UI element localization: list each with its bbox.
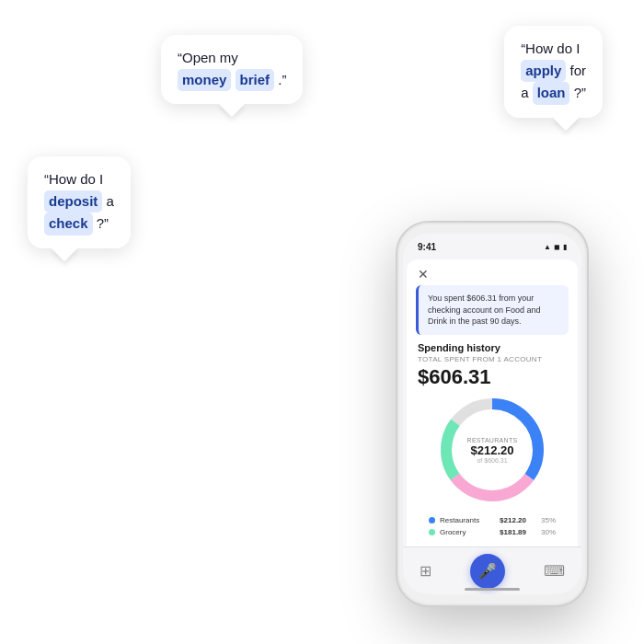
legend-amount-grocery: $181.89 bbox=[500, 528, 526, 536]
highlight-deposit: deposit bbox=[44, 190, 102, 213]
notification-bar: You spent $606.31 from your checking acc… bbox=[416, 285, 569, 335]
speech-bubble-apply-loan: “How do I apply for a loan ?” bbox=[504, 26, 603, 118]
bubble-apply-loan-line2: for bbox=[569, 63, 586, 78]
notification-text: You spent $606.31 from your checking acc… bbox=[428, 293, 541, 326]
spending-subtitle: TOTAL SPENT FROM 1 ACCOUNT bbox=[418, 355, 567, 363]
status-icons: ▲ ◼ ▮ bbox=[544, 243, 567, 251]
bubble-deposit-punct: ?” bbox=[97, 215, 109, 231]
home-indicator bbox=[465, 588, 520, 591]
highlight-brief: brief bbox=[236, 69, 275, 92]
spending-section: Spending history TOTAL SPENT FROM 1 ACCO… bbox=[407, 342, 578, 536]
battery-icon: ▮ bbox=[563, 243, 567, 251]
phone-screen: 9:41 ▲ ◼ ▮ ✕ You spent $606.31 from your… bbox=[403, 234, 581, 594]
status-bar: 9:41 ▲ ◼ ▮ bbox=[403, 234, 581, 259]
legend-dot-restaurants bbox=[429, 517, 435, 523]
bubble-open-money-punct: .” bbox=[278, 72, 286, 87]
donut-value: $212.20 bbox=[467, 443, 518, 456]
donut-of: of $606.31 bbox=[467, 456, 518, 463]
grid-icon[interactable]: ⊞ bbox=[420, 562, 431, 580]
phone-content: ✕ You spent $606.31 from your checking a… bbox=[407, 259, 578, 587]
signal-icon: ▲ bbox=[544, 243, 551, 251]
donut-category: RESTAURANTS bbox=[467, 436, 518, 443]
legend-pct-grocery: 30% bbox=[534, 528, 556, 536]
mic-button[interactable]: 🎤 bbox=[470, 554, 505, 589]
close-button[interactable]: ✕ bbox=[407, 259, 578, 285]
legend-amount-restaurants: $212.20 bbox=[500, 516, 526, 524]
phone: 9:41 ▲ ◼ ▮ ✕ You spent $606.31 from your… bbox=[396, 221, 589, 607]
legend-item-grocery: Grocery $181.89 30% bbox=[429, 528, 556, 536]
legend-pct-restaurants: 35% bbox=[534, 516, 556, 524]
legend-item-restaurants: Restaurants $212.20 35% bbox=[429, 516, 556, 524]
bubble-apply-loan-punct: ?” bbox=[574, 85, 586, 100]
chart-legend: Restaurants $212.20 35% Grocery bbox=[418, 509, 567, 536]
highlight-apply: apply bbox=[521, 60, 566, 83]
bubble-deposit-line1: “How do I bbox=[44, 171, 103, 187]
bubble-apply-loan-line1: “How do I bbox=[521, 40, 580, 56]
bubble-apply-loan-a: a bbox=[521, 85, 533, 100]
legend-label-grocery: Grocery bbox=[440, 528, 466, 536]
highlight-money: money bbox=[178, 69, 231, 92]
bubble-deposit-a: a bbox=[107, 193, 114, 209]
donut-chart: RESTAURANTS $212.20 of $606.31 bbox=[418, 395, 567, 505]
phone-frame: 9:41 ▲ ◼ ▮ ✕ You spent $606.31 from your… bbox=[396, 221, 589, 607]
highlight-loan: loan bbox=[533, 82, 570, 105]
spending-amount: $606.31 bbox=[418, 365, 567, 389]
status-time: 9:41 bbox=[418, 242, 436, 252]
legend-label-restaurants: Restaurants bbox=[440, 516, 479, 524]
spending-title: Spending history bbox=[418, 342, 567, 353]
keyboard-icon[interactable]: ⌨ bbox=[544, 562, 565, 580]
donut-center-label: RESTAURANTS $212.20 of $606.31 bbox=[467, 436, 518, 463]
legend-dot-grocery bbox=[429, 529, 435, 535]
wifi-icon: ◼ bbox=[554, 243, 560, 251]
speech-bubble-deposit-check: “How do I deposit a check ?” bbox=[28, 156, 131, 248]
bubble-open-money-line1: “Open my bbox=[178, 50, 238, 65]
speech-bubble-open-money: “Open my money brief .” bbox=[161, 35, 303, 104]
highlight-check: check bbox=[44, 213, 93, 236]
